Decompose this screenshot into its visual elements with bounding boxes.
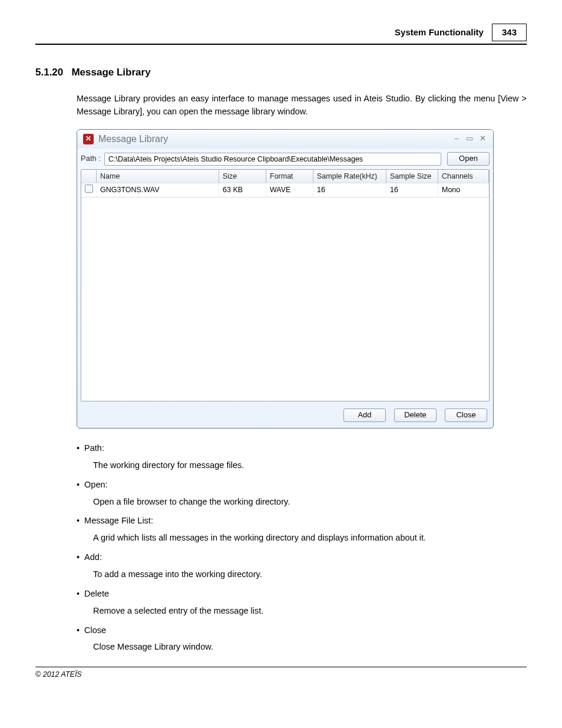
- grid-header-row: Name Size Format Sample Rate(kHz) Sample…: [81, 170, 489, 183]
- grid-header-format[interactable]: Format: [266, 170, 313, 183]
- page-footer: © 2012 ATEÏS: [35, 667, 527, 679]
- path-input[interactable]: [104, 153, 441, 166]
- cell-ssize: 16: [386, 183, 438, 196]
- grid-header-name[interactable]: Name: [97, 170, 219, 183]
- def-desc: Close Message Library window.: [93, 641, 527, 653]
- page-number: 343: [492, 24, 527, 41]
- close-icon[interactable]: ✕: [478, 135, 487, 143]
- cell-rate: 16: [313, 183, 386, 196]
- page-header: System Functionality 343: [35, 24, 527, 45]
- open-button[interactable]: Open: [447, 152, 490, 166]
- grid-header-rate[interactable]: Sample Rate(kHz): [313, 170, 386, 183]
- path-label: Path :: [81, 154, 101, 164]
- window-titlebar: ✕ Message Library – ▭ ✕: [77, 130, 493, 149]
- def-term: Open:: [77, 479, 527, 490]
- window-title: Message Library: [98, 133, 448, 146]
- grid-header-ssize[interactable]: Sample Size: [386, 170, 438, 183]
- minimize-icon[interactable]: –: [452, 135, 461, 143]
- header-title: System Functionality: [395, 27, 484, 38]
- section-title: Message Library: [71, 67, 150, 78]
- window-button-row: Add Delete Close: [81, 406, 490, 424]
- section-number: 5.1.20: [35, 67, 63, 78]
- def-term: Message File List:: [77, 515, 527, 526]
- file-icon: [81, 183, 97, 196]
- def-term: Delete: [77, 588, 527, 599]
- cell-name: GNG3TONS.WAV: [97, 183, 219, 196]
- def-desc: Remove a selected entry of the message l…: [93, 605, 527, 617]
- cell-channels: Mono: [438, 183, 489, 196]
- grid-header-icon-col: [81, 170, 97, 183]
- def-term: Path:: [77, 443, 527, 454]
- table-row[interactable]: GNG3TONS.WAV 63 KB WAVE 16 16 Mono: [81, 183, 489, 197]
- definition-list: Path: The working directory for message …: [77, 443, 527, 653]
- def-desc: A grid which lists all messages in the w…: [93, 532, 527, 543]
- grid-header-size[interactable]: Size: [219, 170, 266, 183]
- grid-header-channels[interactable]: Channels: [438, 170, 489, 183]
- message-library-window: ✕ Message Library – ▭ ✕ Path : Open Name…: [77, 129, 494, 429]
- def-desc: Open a file browser to change the workin…: [93, 496, 527, 508]
- section-intro: Message Library provides an easy interfa…: [77, 92, 527, 118]
- def-term: Add:: [77, 552, 527, 563]
- maximize-icon[interactable]: ▭: [465, 135, 474, 143]
- delete-button[interactable]: Delete: [394, 409, 437, 422]
- message-file-grid: Name Size Format Sample Rate(kHz) Sample…: [81, 169, 490, 401]
- def-desc: The working directory for message files.: [93, 460, 527, 471]
- add-button[interactable]: Add: [343, 409, 386, 422]
- app-logo-icon: ✕: [83, 134, 94, 144]
- close-button[interactable]: Close: [445, 409, 487, 422]
- cell-format: WAVE: [266, 183, 313, 196]
- def-desc: To add a message into the working direct…: [93, 569, 527, 580]
- def-term: Close: [77, 625, 527, 636]
- cell-size: 63 KB: [219, 183, 266, 196]
- section-heading: 5.1.20 Message Library: [35, 66, 527, 79]
